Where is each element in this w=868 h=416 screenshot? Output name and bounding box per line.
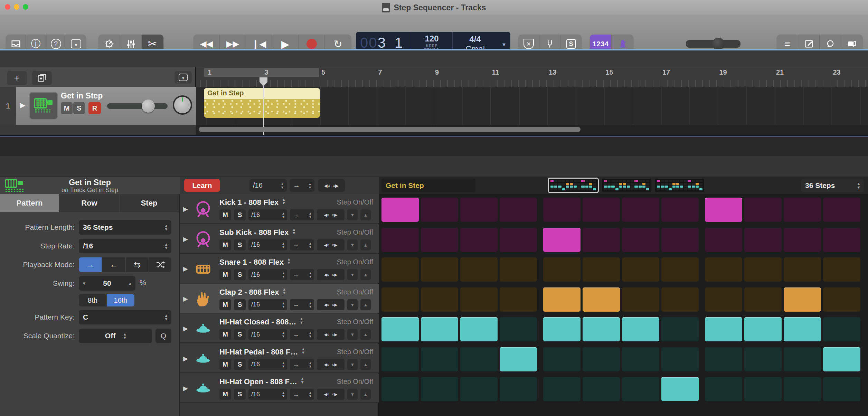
pattern-steps-dropdown[interactable]: 36 Steps▴▾ (801, 179, 864, 192)
row-mute-button[interactable]: M (219, 299, 231, 310)
step-cell[interactable] (460, 317, 498, 341)
step-cell[interactable] (784, 377, 821, 401)
pattern-key-dropdown[interactable]: C▴▾ (79, 310, 171, 324)
step-cell[interactable] (705, 347, 742, 371)
step-cell[interactable] (823, 287, 860, 312)
row-header[interactable]: ▶Hi-Hat Open - 808 F… ▴▾Step On/OffMS/16… (180, 374, 379, 403)
row-rotate-buttons[interactable]: ◂▫▫▸ (317, 389, 345, 400)
row-solo-button[interactable]: S (234, 359, 246, 370)
step-cell[interactable] (460, 228, 498, 252)
step-cell[interactable] (381, 347, 419, 371)
pattern-thumbnail[interactable] (549, 179, 598, 192)
swing-increment[interactable]: ▴ (129, 281, 131, 286)
row-solo-button[interactable]: S (234, 239, 246, 250)
step-cell[interactable] (543, 257, 581, 282)
row-decrement-icon[interactable]: ▾ (347, 299, 358, 310)
step-cell[interactable] (543, 347, 581, 371)
step-cell[interactable] (784, 287, 821, 312)
row-disclosure-icon[interactable]: ▶ (183, 385, 188, 392)
step-cell[interactable] (661, 198, 699, 222)
step-cell[interactable] (500, 377, 537, 401)
learn-button[interactable]: Learn (184, 179, 220, 192)
step-cell[interactable] (622, 198, 659, 222)
step-cell[interactable] (421, 257, 458, 282)
row-rate-dropdown[interactable]: /16▴▾ (248, 359, 287, 370)
row-mute-button[interactable]: M (219, 359, 231, 370)
row-name[interactable]: Hi-Hat Open - 808 F… ▴▾ (219, 377, 303, 386)
step-cell[interactable] (705, 228, 742, 252)
step-cell[interactable] (583, 347, 620, 371)
scale-quantize-dropdown[interactable]: Off▴▾ (79, 329, 152, 343)
row-solo-button[interactable]: S (234, 209, 246, 220)
row-name[interactable]: Hi-Hat Pedal - 808 F… ▴▾ (219, 347, 304, 357)
row-direction-dropdown[interactable]: →▴▾ (290, 269, 314, 280)
pattern-length-dropdown[interactable]: 36 Steps▴▾ (79, 220, 171, 235)
step-cell[interactable] (381, 257, 419, 282)
track-play-icon[interactable]: ▶ (20, 101, 25, 109)
step-cell[interactable] (661, 347, 699, 371)
row-direction-dropdown[interactable]: →▴▾ (290, 239, 314, 250)
step-cell[interactable] (543, 287, 581, 312)
row-solo-button[interactable]: S (234, 269, 246, 280)
step-cell[interactable] (823, 228, 860, 252)
step-cell[interactable] (744, 257, 782, 282)
row-direction-dropdown[interactable]: →▴▾ (290, 359, 314, 370)
row-disclosure-icon[interactable]: ▶ (183, 355, 188, 362)
midi-region[interactable]: Get in Step (204, 88, 320, 118)
row-rotate-buttons[interactable]: ◂▫▫▸ (317, 239, 345, 250)
playhead[interactable] (263, 78, 264, 135)
step-cell[interactable] (705, 257, 742, 282)
step-cell[interactable] (744, 347, 782, 371)
track-name[interactable]: Get in Step (61, 91, 103, 101)
step-cell[interactable] (583, 257, 620, 282)
inspector-tab-row[interactable]: Row (60, 194, 119, 212)
row-header[interactable]: ▶Hi-Hat Pedal - 808 F… ▴▾Step On/OffMS/1… (180, 344, 379, 373)
step-cell[interactable] (705, 317, 742, 341)
track-mute-button[interactable]: M (61, 102, 73, 114)
window-split-divider[interactable] (0, 135, 868, 137)
step-cell[interactable] (381, 198, 419, 222)
row-rate-dropdown[interactable]: /16▴▾ (248, 239, 287, 250)
step-cell[interactable] (661, 317, 699, 341)
global-direction-dropdown[interactable]: →▴▾ (290, 179, 314, 192)
step-cell[interactable] (421, 347, 458, 371)
step-cell[interactable] (500, 317, 537, 341)
row-mute-button[interactable]: M (219, 269, 231, 280)
row-increment-icon[interactable]: ▴ (360, 329, 371, 340)
step-cell[interactable] (460, 198, 498, 222)
step-cell[interactable] (784, 228, 821, 252)
step-cell[interactable] (784, 257, 821, 282)
pingpong-arrow-icon[interactable]: ⇆ (126, 257, 149, 272)
step-cell[interactable] (583, 287, 620, 312)
step-cell[interactable] (500, 198, 537, 222)
row-direction-dropdown[interactable]: →▴▾ (290, 389, 314, 400)
shuffle-icon[interactable] (149, 257, 171, 272)
step-cell[interactable] (744, 317, 782, 341)
step-cell[interactable] (543, 377, 581, 401)
step-cell[interactable] (622, 287, 659, 312)
row-mute-button[interactable]: M (219, 389, 231, 400)
pattern-thumbnail[interactable] (602, 179, 651, 192)
row-solo-button[interactable]: S (234, 329, 246, 340)
step-cell[interactable] (661, 287, 699, 312)
forward-arrow-icon[interactable]: → (79, 257, 102, 272)
row-solo-button[interactable]: S (234, 389, 246, 400)
step-cell[interactable] (744, 377, 782, 401)
track-solo-button[interactable]: S (73, 102, 85, 114)
step-cell[interactable] (421, 317, 458, 341)
row-increment-icon[interactable]: ▴ (360, 209, 371, 220)
step-cell[interactable] (500, 228, 537, 252)
step-cell[interactable] (622, 347, 659, 371)
master-volume-knob[interactable] (712, 38, 725, 50)
step-rate-dropdown[interactable]: /16▴▾ (79, 239, 171, 253)
row-header[interactable]: ▶Snare 1 - 808 Flex ▴▾Step On/OffMS/16▴▾… (180, 254, 379, 283)
row-header[interactable]: ▶Hi-Hat Closed - 808… ▴▾Step On/OffMS/16… (180, 314, 379, 343)
row-increment-icon[interactable]: ▴ (360, 239, 371, 250)
duplicate-track-button[interactable] (32, 71, 52, 85)
add-track-button[interactable]: + (7, 71, 27, 85)
track-pan-knob[interactable] (173, 95, 192, 115)
step-cell[interactable] (421, 198, 458, 222)
step-cell[interactable] (421, 377, 458, 401)
row-header[interactable]: ▶Sub Kick - 808 Flex ▴▾Step On/OffMS/16▴… (180, 224, 379, 254)
row-decrement-icon[interactable]: ▾ (347, 269, 358, 280)
